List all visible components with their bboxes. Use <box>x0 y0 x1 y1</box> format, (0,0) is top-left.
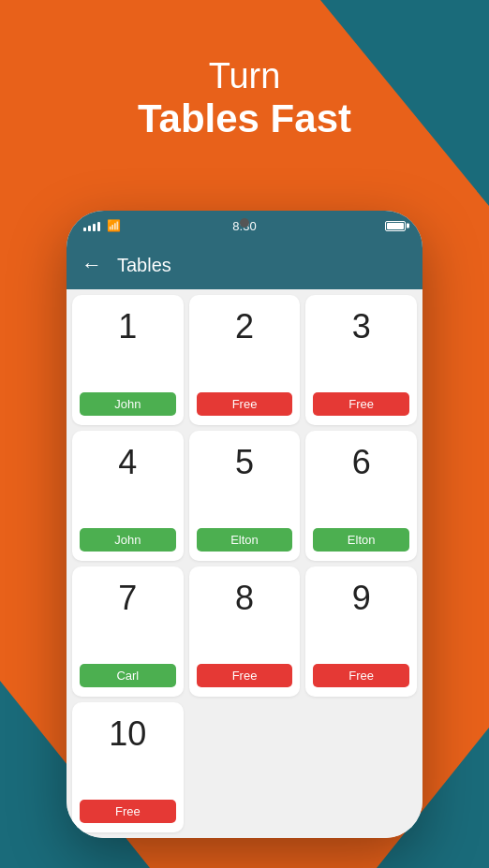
table-number-3: 3 <box>352 310 371 344</box>
table-card-10[interactable]: 10Free <box>72 702 184 832</box>
table-number-7: 7 <box>118 581 137 615</box>
table-card-4[interactable]: 4John <box>72 431 184 561</box>
table-card-2[interactable]: 2Free <box>189 295 301 425</box>
status-left: 📶 <box>83 219 121 232</box>
app-title: Tables <box>117 255 171 276</box>
signal-bar-2 <box>88 226 91 231</box>
table-badge-9[interactable]: Free <box>313 664 409 687</box>
table-card-8[interactable]: 8Free <box>189 566 301 697</box>
table-card-6[interactable]: 6Elton <box>305 431 417 561</box>
table-card-9[interactable]: 9Free <box>305 566 417 697</box>
app-header: ← Tables <box>67 241 422 289</box>
table-badge-2[interactable]: Free <box>197 392 293 416</box>
table-badge-3[interactable]: Free <box>313 392 409 416</box>
table-number-8: 8 <box>235 581 254 615</box>
table-card-1[interactable]: 1John <box>72 295 184 425</box>
tables-grid: 1John2Free3Free4John5Elton6Elton7Carl8Fr… <box>67 289 422 838</box>
table-badge-5[interactable]: Elton <box>197 528 293 552</box>
header-text-block: Turn Tables Fast <box>0 56 489 141</box>
signal-bar-1 <box>83 228 86 231</box>
signal-bar-3 <box>93 224 96 231</box>
table-number-2: 2 <box>235 310 254 344</box>
table-badge-1[interactable]: John <box>80 392 176 416</box>
back-button[interactable]: ← <box>82 253 102 277</box>
table-number-1: 1 <box>118 310 137 344</box>
battery-icon <box>385 221 406 231</box>
table-badge-6[interactable]: Elton <box>313 528 409 552</box>
signal-icon <box>83 220 100 231</box>
tables-fast-label: Tables Fast <box>0 96 489 141</box>
status-right <box>385 221 406 231</box>
table-number-9: 9 <box>352 581 371 615</box>
table-number-4: 4 <box>118 446 137 479</box>
table-card-7[interactable]: 7Carl <box>72 566 184 697</box>
signal-bar-4 <box>97 222 100 231</box>
table-number-5: 5 <box>235 446 254 479</box>
turn-label: Turn <box>0 56 489 96</box>
table-number-10: 10 <box>109 717 146 751</box>
table-badge-8[interactable]: Free <box>197 664 293 687</box>
table-number-6: 6 <box>352 446 371 479</box>
table-badge-10[interactable]: Free <box>80 800 176 823</box>
phone-mockup: 📶 8:30 ← Tables 1John2Free3Free4John5Elt… <box>67 211 422 838</box>
camera-dot <box>240 218 249 228</box>
table-badge-4[interactable]: John <box>80 528 176 552</box>
table-card-5[interactable]: 5Elton <box>189 431 301 561</box>
wifi-icon: 📶 <box>107 219 121 232</box>
table-badge-7[interactable]: Carl <box>80 664 176 687</box>
table-card-3[interactable]: 3Free <box>305 295 417 425</box>
battery-fill <box>387 223 404 229</box>
